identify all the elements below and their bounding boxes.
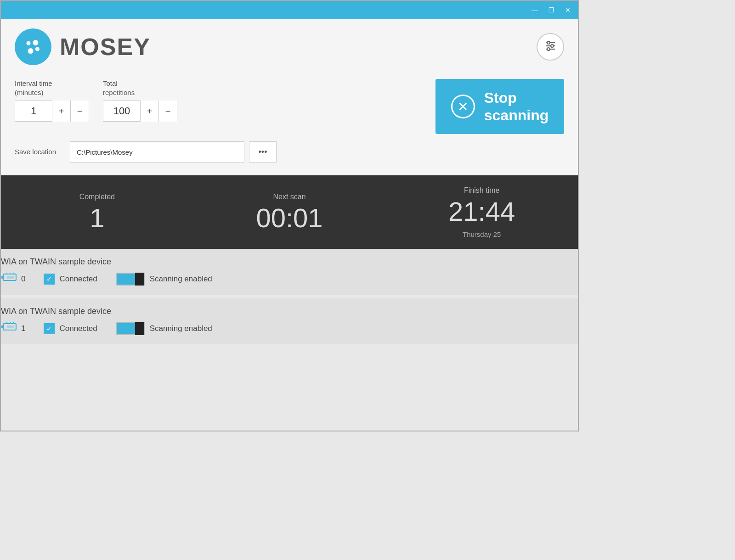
connected-wrap: ✓ Connected [44, 274, 97, 285]
repetitions-plus-button[interactable]: + [140, 101, 158, 122]
next-scan-label: Next scan [273, 193, 305, 201]
completed-label: Completed [79, 193, 115, 201]
left-controls: Interval time (minutes) 1 + − Total repe… [15, 79, 564, 162]
next-scan-value: 00:01 [256, 205, 322, 231]
stop-scanning-button[interactable]: ✕ Stop scanning [435, 79, 564, 134]
interval-minus-button[interactable]: − [70, 101, 89, 122]
connected-text: Connected [59, 324, 97, 333]
svg-point-5 [547, 48, 550, 50]
scanner-icon-wrap: 0 [1, 271, 25, 286]
device-name: WIA on TWAIN sample device [1, 307, 578, 316]
title-bar: — ❐ ✕ [1, 1, 578, 19]
svg-rect-13 [7, 325, 14, 328]
next-scan-stat: Next scan 00:01 [193, 193, 386, 231]
finish-time-stat: Finish time 21:44 Thursday 25 [385, 186, 578, 238]
repetitions-label: Total repetitions [103, 79, 177, 97]
connected-text: Connected [59, 274, 97, 284]
device-status-row: 0 ✓ Connected Scanning enabled [1, 271, 578, 286]
logo-dots [26, 39, 40, 54]
scanner-icon [1, 321, 17, 336]
devices-area: WIA on TWAIN sample device 0 [0, 249, 579, 414]
device-name: WIA on TWAIN sample device [1, 257, 578, 267]
toggle-wrap[interactable]: Scanning enabled [116, 322, 212, 335]
finish-time-label: Finish time [464, 186, 499, 195]
header: MOSEY [15, 28, 564, 65]
stop-icon: ✕ [451, 95, 475, 118]
main-content: MOSEY Interval time ( [1, 19, 578, 175]
settings-icon [544, 39, 557, 55]
interval-plus-button[interactable]: + [52, 101, 70, 122]
interval-label: Interval time (minutes) [15, 79, 89, 97]
scanner-icon [1, 271, 17, 286]
completed-value: 1 [90, 205, 104, 231]
finish-time-value: 21:44 [448, 198, 515, 225]
svg-rect-8 [1, 276, 4, 279]
minimize-button[interactable]: — [530, 7, 539, 13]
save-location-label: Save location [15, 147, 65, 157]
device-item: WIA on TWAIN sample device 0 [0, 249, 579, 295]
repetitions-minus-button[interactable]: − [158, 101, 177, 122]
device-status-row: 1 ✓ Connected Scanning enabled [1, 321, 578, 336]
logo-circle [15, 28, 51, 65]
close-button[interactable]: ✕ [563, 7, 572, 13]
svg-point-1 [547, 41, 550, 44]
interval-group: Interval time (minutes) 1 + − [15, 79, 89, 122]
scan-count: 0 [21, 274, 25, 284]
checkbox-icon: ✓ [44, 274, 55, 285]
scanning-label: Scanning enabled [150, 274, 212, 284]
app-title: MOSEY [60, 33, 151, 61]
device-item: WIA on TWAIN sample device 1 [0, 298, 579, 344]
scanning-toggle[interactable] [116, 322, 145, 335]
connected-wrap: ✓ Connected [44, 323, 97, 334]
svg-point-3 [551, 45, 554, 47]
save-location-row: Save location ••• [15, 141, 564, 162]
settings-button[interactable] [537, 33, 564, 61]
svg-rect-14 [1, 325, 4, 328]
logo-area: MOSEY [15, 28, 151, 65]
save-location-input[interactable] [70, 141, 244, 162]
scanner-icon-wrap: 1 [1, 321, 25, 336]
scanning-label: Scanning enabled [150, 324, 212, 333]
repetitions-value: 100 [103, 105, 140, 117]
repetitions-input: 100 + − [103, 101, 177, 122]
stats-bar: Completed 1 Next scan 00:01 Finish time … [0, 175, 579, 249]
top-controls-row: Interval time (minutes) 1 + − Total repe… [15, 79, 564, 162]
scan-count: 1 [21, 324, 25, 333]
finish-date: Thursday 25 [463, 230, 501, 238]
checkbox-icon: ✓ [44, 323, 55, 334]
maximize-button[interactable]: ❐ [547, 7, 556, 13]
stop-button-label: Stop scanning [484, 89, 548, 124]
repetitions-group: Total repetitions 100 + − [103, 79, 177, 122]
svg-rect-7 [7, 276, 14, 279]
scanning-toggle[interactable] [116, 273, 145, 286]
interval-value: 1 [15, 105, 52, 117]
toggle-wrap[interactable]: Scanning enabled [116, 273, 212, 286]
completed-stat: Completed 1 [1, 193, 193, 231]
browse-button[interactable]: ••• [249, 141, 277, 162]
interval-input: 1 + − [15, 101, 89, 122]
